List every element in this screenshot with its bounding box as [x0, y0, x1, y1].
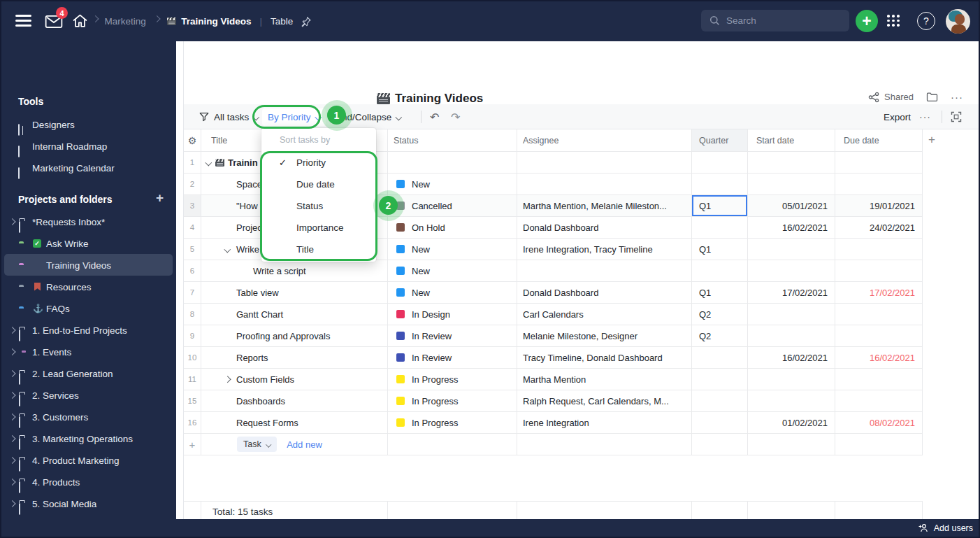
assignee-cell[interactable]: Martha Mention, Melanie Mileston... [517, 195, 692, 216]
more-options-icon[interactable]: ··· [951, 91, 963, 103]
row-number-cell[interactable]: 4 [184, 217, 201, 238]
quarter-cell[interactable] [692, 260, 748, 281]
breadcrumb-section[interactable]: Marketing [105, 16, 146, 27]
create-new-button[interactable]: + [856, 10, 878, 32]
start-date-cell[interactable]: 17/02/2021 [748, 282, 835, 303]
assignee-cell[interactable]: Tracy Timeline, Donald Dashboard [517, 347, 692, 368]
row-number-cell[interactable]: 16 [184, 412, 201, 433]
status-cell[interactable]: In Progress [388, 412, 517, 433]
status-cell[interactable]: In Review [388, 325, 517, 346]
help-icon[interactable]: ? [917, 12, 935, 30]
quarter-cell[interactable] [692, 369, 748, 390]
table-row[interactable]: 16Request FormsIn ProgressIrene Integrat… [184, 412, 923, 434]
status-cell[interactable]: Cancelled [388, 195, 517, 216]
row-number-cell[interactable]: 2 [184, 174, 201, 194]
quarter-cell[interactable]: Q1 [692, 282, 748, 303]
title-cell[interactable]: Dashboards [201, 390, 388, 411]
sidebar-item-marketing-calendar[interactable]: Marketing Calendar [1, 157, 176, 178]
due-date-cell[interactable]: 17/02/2021 [835, 282, 923, 303]
status-cell[interactable] [388, 152, 517, 173]
quarter-cell[interactable] [692, 217, 748, 238]
due-date-cell[interactable] [835, 325, 923, 346]
undo-icon[interactable]: ↶ [430, 104, 439, 129]
add-users-button[interactable]: Add users [934, 523, 973, 533]
status-cell[interactable]: On Hold [388, 217, 517, 238]
due-date-cell[interactable] [835, 152, 923, 173]
sidebar-item-5-social-media[interactable]: 5. Social Media [1, 493, 176, 514]
table-row[interactable]: 9Proofing and ApprovalsIn ReviewMelanie … [184, 325, 923, 347]
filter-button[interactable]: All tasks [199, 104, 259, 129]
title-cell[interactable]: Reports [201, 347, 388, 368]
apps-grid-icon[interactable] [887, 15, 900, 27]
sidebar-item-internal-roadmap[interactable]: Internal Roadmap [1, 135, 176, 157]
column-header-assignee[interactable]: Assignee [517, 129, 692, 152]
chevron-right-icon[interactable] [9, 435, 15, 441]
status-cell[interactable]: In Progress [388, 369, 517, 390]
row-number-cell[interactable]: 11 [184, 369, 201, 390]
assignee-cell[interactable]: Ralph Request, Carl Calendars, M... [517, 390, 692, 411]
assignee-cell[interactable]: Carl Calendars [517, 304, 692, 325]
chevron-right-icon[interactable] [9, 479, 15, 485]
quarter-cell[interactable]: Q2 [692, 325, 748, 346]
chevron-right-icon[interactable] [9, 348, 15, 355]
start-date-cell[interactable] [748, 304, 835, 325]
sidebar-resize-handle[interactable] [176, 41, 184, 522]
column-header-start-date[interactable]: Start date [748, 129, 835, 152]
add-row-plus-icon[interactable]: + [184, 434, 201, 455]
chevron-right-icon[interactable] [9, 370, 15, 376]
row-number-cell[interactable]: 8 [184, 304, 201, 325]
chevron-right-icon[interactable] [9, 327, 15, 333]
quarter-cell[interactable] [692, 390, 748, 411]
start-date-cell[interactable] [748, 390, 835, 411]
assignee-cell[interactable]: Irene Integration [517, 412, 692, 433]
shared-button[interactable]: Shared [868, 92, 914, 103]
sidebar-item-ask-wrike[interactable]: ✓Ask Wrike [1, 232, 176, 254]
expand-chevron-icon[interactable] [224, 376, 231, 382]
title-cell[interactable]: Custom Fields [201, 369, 388, 390]
sidebar-item-4-product-marketing[interactable]: 4. Product Marketing [1, 449, 176, 471]
redo-icon[interactable]: ↷ [451, 104, 460, 129]
quarter-cell[interactable] [692, 347, 748, 368]
title-cell[interactable]: Table view [201, 282, 388, 303]
start-date-cell[interactable]: 01/02/2021 [748, 412, 835, 433]
table-row[interactable]: 7Table viewNewDonald DashboardQ117/02/20… [184, 282, 923, 304]
column-header-quarter[interactable]: Quarter [692, 129, 748, 152]
table-row[interactable]: 15DashboardsIn ProgressRalph Request, Ca… [184, 390, 923, 412]
add-project-button[interactable]: + [156, 190, 164, 206]
status-cell[interactable]: New [388, 282, 517, 303]
quarter-cell[interactable]: Q2 [692, 304, 748, 325]
start-date-cell[interactable] [748, 325, 835, 346]
row-number-cell[interactable]: 5 [184, 239, 201, 260]
status-cell[interactable]: New [388, 174, 517, 194]
breadcrumb-view[interactable]: Table [271, 16, 293, 27]
breadcrumb-project[interactable]: Training Videos [181, 16, 251, 27]
start-date-cell[interactable] [748, 260, 835, 281]
sidebar-item-3-customers[interactable]: 3. Customers [1, 406, 176, 427]
due-date-cell[interactable] [835, 369, 923, 390]
table-row[interactable]: 8Gantt ChartIn DesignCarl CalendarsQ2 [184, 304, 923, 325]
row-number-cell[interactable]: 15 [184, 390, 201, 411]
row-number-cell[interactable]: 6 [184, 260, 201, 281]
quarter-cell[interactable] [692, 412, 748, 433]
quarter-cell[interactable]: Q1 [692, 239, 748, 260]
hamburger-menu-icon[interactable] [15, 15, 31, 27]
row-number-cell[interactable]: 7 [184, 282, 201, 303]
status-cell[interactable]: In Progress [388, 390, 517, 411]
sidebar-item-training-videos[interactable]: Training Videos [1, 254, 176, 276]
title-cell[interactable]: Request Forms [201, 412, 388, 433]
start-date-cell[interactable] [748, 369, 835, 390]
sidebar-item-4-products[interactable]: 4. Products [1, 471, 176, 493]
status-cell[interactable]: In Review [388, 347, 517, 368]
title-cell[interactable]: Gantt Chart [201, 304, 388, 325]
fullscreen-icon[interactable] [951, 104, 962, 129]
pin-icon[interactable] [301, 16, 312, 27]
sidebar-item-1-end-to-end-projects[interactable]: 1. End-to-End Projects [1, 319, 176, 341]
table-settings-cell[interactable]: ⚙ [184, 129, 201, 152]
sidebar-item-1-events[interactable]: 1. Events [1, 341, 176, 362]
row-number-cell[interactable]: 1 [184, 152, 201, 173]
due-date-cell[interactable]: 16/02/2021 [835, 347, 923, 368]
add-new-link[interactable]: Add new [287, 439, 322, 450]
column-header-due-date[interactable]: Due date [835, 129, 923, 152]
start-date-cell[interactable]: 05/01/2021 [748, 195, 835, 216]
status-cell[interactable]: In Design [388, 304, 517, 325]
